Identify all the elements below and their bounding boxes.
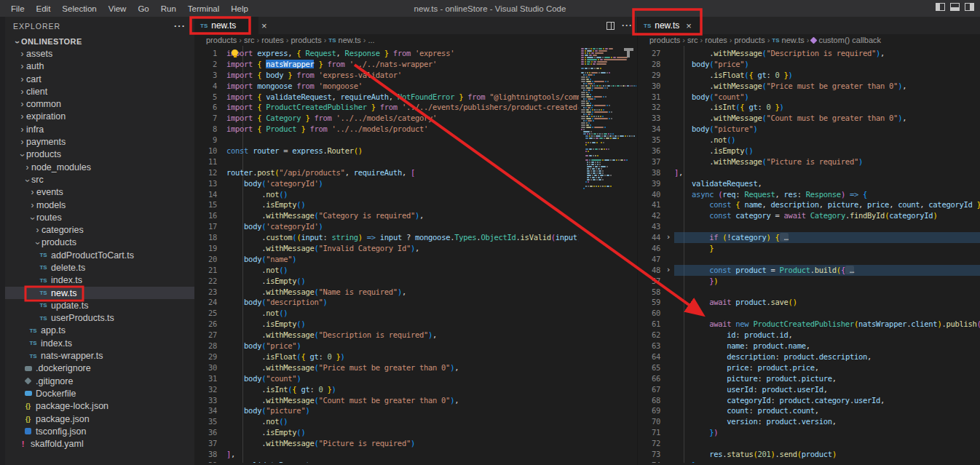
code-line-46[interactable]: 46 } <box>638 243 980 254</box>
code-line-10[interactable]: 10const router = express.Router() <box>194 146 637 156</box>
tree-item-package-lock-json[interactable]: {}package-lock.json <box>0 400 194 413</box>
menu-view[interactable]: View <box>103 3 132 15</box>
code-line-15[interactable]: 15 .isEmpty() <box>194 199 637 210</box>
split-editor-icon[interactable] <box>606 22 615 30</box>
toggle-panel-icon[interactable] <box>950 3 960 11</box>
code-line-47[interactable]: 47 <box>638 254 980 265</box>
code-line-39[interactable]: 39 validateRequest, <box>638 178 980 189</box>
menu-edit[interactable]: Edit <box>31 3 56 15</box>
close-tab-icon[interactable]: × <box>686 20 692 31</box>
breadcrumb-item[interactable]: custom() callback <box>811 36 881 44</box>
left-code-editor[interactable]: 1import express, { Request, Response } f… <box>194 46 637 463</box>
editor-more-actions-icon[interactable]: ··· <box>622 20 633 31</box>
code-line-31[interactable]: 31 body("count") <box>194 373 637 384</box>
code-line-33[interactable]: 33 .withMessage("Count must be greater t… <box>638 113 980 124</box>
tree-item-app-ts[interactable]: TSapp.ts <box>0 325 194 337</box>
menu-go[interactable]: Go <box>133 3 154 15</box>
breadcrumb-item[interactable]: routes <box>261 36 284 44</box>
tree-item-skaffold-yaml[interactable]: !skaffold.yaml <box>0 438 194 450</box>
code-line-67[interactable]: 67 userId: product.userId, <box>638 384 980 395</box>
code-line-61[interactable]: 61 await new ProductCreatedPublisher(nat… <box>638 319 980 330</box>
tree-item-client[interactable]: ›client <box>0 85 194 98</box>
code-line-34[interactable]: 34 body("picture") <box>638 124 980 135</box>
code-line-13[interactable]: 13 body('categoryId') <box>194 178 637 189</box>
code-line-24[interactable]: 24 body("description") <box>194 297 637 308</box>
tree-item-models[interactable]: ›models <box>0 199 194 211</box>
tree-item-package-json[interactable]: {}package.json <box>0 413 194 425</box>
code-line-37[interactable]: 37 .withMessage("Picture is required") <box>194 438 637 449</box>
tree-item-events[interactable]: ›events <box>0 186 194 199</box>
code-line-26[interactable]: 26 .isEmpty() <box>194 319 637 330</box>
tree-item-addproducttocart-ts[interactable]: TSaddProductToCart.ts <box>0 249 194 261</box>
code-line-18[interactable]: 18 .custom((input: string) => input ? mo… <box>194 232 637 243</box>
code-line-48[interactable]: 48› const product = Product.build({ … <box>638 265 980 276</box>
tree-item-nats-wrapper-ts[interactable]: TSnats-wrapper.ts <box>0 349 194 362</box>
code-line-41[interactable]: 41 const { name, description, picture, p… <box>638 199 980 210</box>
tab-new-ts-right[interactable]: TS new.ts × <box>638 17 702 34</box>
breadcrumb-item[interactable]: products <box>649 36 680 44</box>
code-line-19[interactable]: 19 .withMessage("Invalid Category Id"), <box>194 243 637 254</box>
code-line-30[interactable]: 30 .withMessage("Price must be greater t… <box>194 362 637 373</box>
code-line-35[interactable]: 35 .not() <box>638 135 980 146</box>
tree-item-node-modules[interactable]: ›node_modules <box>0 161 194 173</box>
code-line-21[interactable]: 21 .not() <box>194 265 637 276</box>
code-line-34[interactable]: 34 body("picture") <box>194 405 637 416</box>
breadcrumb-item[interactable]: ... <box>368 36 374 44</box>
code-line-7[interactable]: 7import { Category } from '../../models/… <box>194 113 637 124</box>
tree-item-infra[interactable]: ›infra <box>0 123 194 135</box>
code-line-43[interactable]: 43 <box>638 221 980 232</box>
tree-item-auth[interactable]: ›auth <box>0 60 194 73</box>
tree-item-payments[interactable]: ›payments <box>0 135 194 148</box>
code-line-1[interactable]: 1import express, { Request, Response } f… <box>194 48 637 59</box>
code-line-28[interactable]: 28 body("price") <box>638 59 980 70</box>
right-code-editor[interactable]: 27 .withMessage("Description is required… <box>638 46 980 463</box>
code-line-30[interactable]: 30 .withMessage("Price must be greater t… <box>638 81 980 92</box>
code-line-35[interactable]: 35 .not() <box>194 416 637 427</box>
code-line-63[interactable]: 63 name: product.name, <box>638 341 980 351</box>
tree-item-index-ts[interactable]: TSindex.ts <box>0 337 194 349</box>
menu-terminal[interactable]: Terminal <box>183 3 224 15</box>
breadcrumb-item[interactable]: src <box>244 36 255 44</box>
code-line-39[interactable]: 39 validateRequest, <box>194 460 637 463</box>
code-line-38[interactable]: 38], <box>638 167 980 178</box>
tree-item-routes[interactable]: ›routes <box>0 211 194 223</box>
tree-item-onlinestore[interactable]: ›ONLINESTORE <box>0 35 194 47</box>
tab-new-ts-left[interactable]: TS new.ts <box>194 17 258 34</box>
code-line-23[interactable]: 23 .withMessage("Name is required"), <box>194 287 637 298</box>
tree-item-update-ts[interactable]: TSupdate.ts <box>0 299 194 311</box>
breadcrumb-item[interactable]: products <box>291 36 321 44</box>
code-line-31[interactable]: 31 body("count") <box>638 92 980 103</box>
code-line-73[interactable]: 73 res.status(201).send(product) <box>638 449 980 460</box>
tree-item--gitignore[interactable]: .gitignore <box>0 375 194 387</box>
code-line-29[interactable]: 29 .isFloat({ gt: 0 }) <box>638 70 980 81</box>
code-line-16[interactable]: 16 .withMessage("Category is required"), <box>194 210 637 221</box>
tree-item-userproducts-ts[interactable]: TSuserProducts.ts <box>0 312 194 325</box>
code-line-64[interactable]: 64 description: product.description, <box>638 351 980 362</box>
code-line-44[interactable]: 44› if (!category) { … <box>638 232 980 243</box>
code-line-28[interactable]: 28 body("price") <box>194 341 637 351</box>
code-line-11[interactable]: 11 <box>194 156 637 167</box>
toggle-secondary-sidebar-icon[interactable] <box>965 3 974 11</box>
code-line-33[interactable]: 33 .withMessage("Count must be greater t… <box>194 395 637 406</box>
code-line-65[interactable]: 65 price: product.price, <box>638 362 980 373</box>
tree-item-common[interactable]: ›common <box>0 98 194 110</box>
code-line-38[interactable]: 38], <box>194 449 637 460</box>
breadcrumb-item[interactable]: routes <box>705 36 727 44</box>
code-line-14[interactable]: 14 .not() <box>194 189 637 200</box>
code-line-72[interactable]: 72 <box>638 438 980 449</box>
code-line-32[interactable]: 32 .isInt({ gt: 0 }) <box>194 384 637 395</box>
tree-item-index-ts[interactable]: TSindex.ts <box>0 274 194 287</box>
code-line-59[interactable]: 59 await product.save() <box>638 297 980 308</box>
tree-item-products[interactable]: ›products <box>0 148 194 161</box>
code-line-22[interactable]: 22 .isEmpty() <box>194 276 637 287</box>
fold-chevron-icon[interactable]: › <box>666 265 671 276</box>
breadcrumb-item[interactable]: src <box>687 36 698 44</box>
code-line-70[interactable]: 70 version: product.version, <box>638 416 980 427</box>
code-line-68[interactable]: 68 categoryId: product.category.userId, <box>638 395 980 406</box>
tree-item-expiration[interactable]: ›expiration <box>0 111 194 123</box>
code-line-2[interactable]: 2import { natsWrapper } from '../../nats… <box>194 59 637 70</box>
code-line-36[interactable]: 36 .isEmpty() <box>638 146 980 156</box>
code-line-40[interactable]: 40 async (req: Request, res: Response) =… <box>638 189 980 200</box>
code-line-71[interactable]: 71 }) <box>638 427 980 438</box>
tree-item-src[interactable]: ›src <box>0 173 194 186</box>
